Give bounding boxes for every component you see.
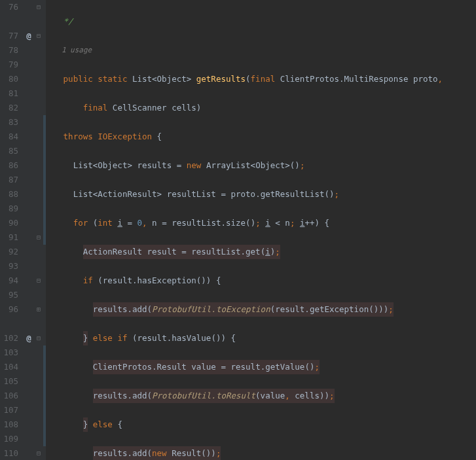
code-line[interactable]: ClientProtos.Result value = result.getVa…: [48, 360, 443, 374]
fold-toggle-icon[interactable]: [34, 158, 43, 173]
line-number: 93: [0, 259, 18, 274]
line-number: 85: [0, 144, 18, 158]
gutter: 76 77 78 79 80 81 82 83 84 85 86 87 88 8…: [0, 0, 46, 460]
fold-toggle-icon[interactable]: ⊟: [34, 446, 43, 460]
line-number: 90: [0, 216, 18, 230]
code-line[interactable]: results.add(ProtobufUtil.toResult(value,…: [48, 389, 443, 403]
line-number: 96: [0, 302, 18, 317]
line-number: 77: [0, 29, 18, 43]
code-line[interactable]: final CellScanner cells): [48, 101, 443, 115]
line-number: 102: [0, 331, 18, 345]
code-line[interactable]: } else {: [48, 417, 443, 432]
line-number: 94: [0, 274, 18, 288]
fold-toggle-icon[interactable]: [34, 101, 43, 115]
line-number: 84: [0, 130, 18, 144]
fold-toggle-icon[interactable]: ⊟: [34, 29, 43, 43]
code-line[interactable]: List<Object> results = new ArrayList<Obj…: [48, 158, 443, 173]
line-number: 78: [0, 43, 18, 58]
bookmark-icon[interactable]: @: [24, 29, 34, 43]
line-number: 106: [0, 389, 18, 403]
fold-toggle-icon[interactable]: ⊟: [34, 274, 43, 288]
code-area[interactable]: */ 1 usage public static List<Object> ge…: [46, 0, 443, 460]
line-number: 103: [0, 345, 18, 360]
line-number: 91: [0, 230, 18, 245]
line-number: [0, 317, 18, 331]
bookmark-column: @ @: [24, 0, 34, 460]
line-number: 76: [0, 0, 18, 14]
fold-toggle-icon[interactable]: ⊟: [34, 331, 43, 345]
line-number: 110: [0, 446, 18, 460]
line-numbers: 76 77 78 79 80 81 82 83 84 85 86 87 88 8…: [0, 0, 24, 460]
fold-toggle-icon[interactable]: ⊟: [34, 0, 43, 14]
line-number: 81: [0, 86, 18, 101]
code-line[interactable]: ActionResult result = resultList.get(i);: [48, 245, 443, 259]
usage-hint[interactable]: 1 usage: [48, 43, 443, 58]
code-line[interactable]: results.add(new Result());: [48, 446, 443, 460]
line-number: 109: [0, 432, 18, 446]
bookmark-icon[interactable]: @: [24, 331, 34, 345]
code-line[interactable]: results.add(ProtobufUtil.toException(res…: [48, 302, 443, 317]
code-line[interactable]: public static List<Object> getResults(fi…: [48, 72, 443, 86]
line-number: 92: [0, 245, 18, 259]
line-number: 107: [0, 403, 18, 417]
line-number: 79: [0, 58, 18, 72]
line-number: 83: [0, 115, 18, 130]
fold-toggle-icon[interactable]: ⊞: [34, 302, 43, 317]
line-number: [0, 14, 18, 29]
code-line[interactable]: List<ActionResult> resultList = proto.ge…: [48, 187, 443, 202]
code-line[interactable]: */: [48, 14, 443, 29]
line-number: 105: [0, 374, 18, 389]
code-line[interactable]: for (int i = 0, n = resultList.size(); i…: [48, 216, 443, 230]
code-editor[interactable]: 76 77 78 79 80 81 82 83 84 85 86 87 88 8…: [0, 0, 476, 460]
line-number: 86: [0, 158, 18, 173]
fold-toggle-icon[interactable]: [34, 202, 43, 216]
fold-toggle-icon[interactable]: [34, 245, 43, 259]
fold-toggle-icon[interactable]: ⊟: [34, 230, 43, 245]
fold-toggle-icon[interactable]: [34, 58, 43, 72]
code-line[interactable]: throws IOException {: [48, 130, 443, 144]
fold-toggle-icon[interactable]: [34, 130, 43, 144]
line-number: 88: [0, 187, 18, 202]
line-number: 108: [0, 417, 18, 432]
line-number: 95: [0, 288, 18, 302]
code-line[interactable]: } else if (result.hasValue()) {: [48, 331, 443, 345]
line-number: 80: [0, 72, 18, 86]
line-number: 87: [0, 173, 18, 187]
line-number: 82: [0, 101, 18, 115]
code-line[interactable]: if (result.hasException()) {: [48, 274, 443, 288]
line-number: 104: [0, 360, 18, 374]
line-number: 89: [0, 202, 18, 216]
fold-column: ⊟ ⊟ ⊟ ⊟ ⊞ ⊟ ⊟: [34, 0, 43, 460]
